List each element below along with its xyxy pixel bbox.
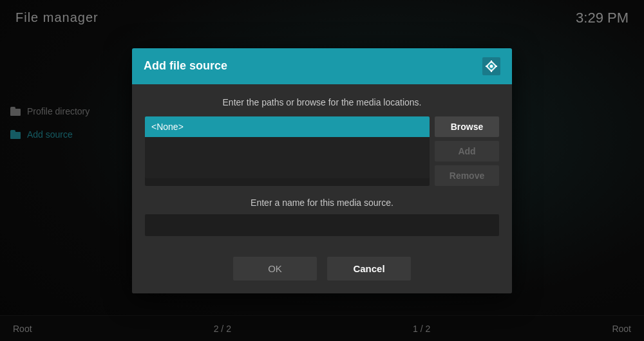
remove-button[interactable]: Remove	[435, 165, 499, 186]
modal-overlay: Add file source Enter the paths or brows…	[0, 0, 644, 341]
dialog-footer: OK Cancel	[132, 246, 512, 293]
add-button[interactable]: Add	[435, 141, 499, 161]
ok-button[interactable]: OK	[233, 257, 317, 281]
name-section: Enter a name for this media source.	[145, 195, 499, 236]
path-list-empty-area	[145, 137, 430, 178]
name-instruction: Enter a name for this media source.	[145, 198, 499, 208]
path-value: <None>	[151, 122, 184, 132]
dialog-close-button[interactable]	[482, 57, 500, 75]
name-input[interactable]	[145, 214, 499, 236]
dialog-body: Enter the paths or browse for the media …	[132, 84, 512, 246]
path-list: <None>	[145, 116, 430, 186]
dialog-header: Add file source	[132, 48, 512, 84]
dialog-title: Add file source	[144, 59, 227, 73]
svg-point-2	[490, 64, 493, 68]
dialog: Add file source Enter the paths or brows…	[132, 48, 512, 293]
cancel-button[interactable]: Cancel	[327, 257, 411, 281]
path-list-item[interactable]: <None>	[145, 116, 430, 137]
browse-button[interactable]: Browse	[435, 116, 499, 137]
side-buttons: Browse Add Remove	[435, 116, 499, 186]
kodi-close-icon	[484, 59, 498, 73]
path-area-wrapper: <None> Browse Add Remove	[145, 116, 499, 186]
paths-instruction: Enter the paths or browse for the media …	[145, 97, 499, 107]
